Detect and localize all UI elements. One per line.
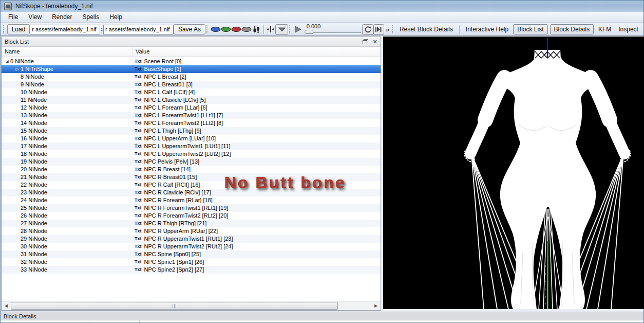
txt-type-icon: Txt	[135, 127, 142, 135]
block-list-toggle-button[interactable]: Block List	[513, 24, 547, 34]
table-row[interactable]: 9 NiNodeTxtNPC L Breast01 [3]	[2, 81, 381, 88]
reset-block-details-button[interactable]: Reset Block Details	[396, 25, 457, 34]
table-row[interactable]: 31 NiNodeTxtNPC Spine [Spn0] [25]	[2, 250, 381, 258]
scroll-left-icon[interactable]: ◀	[2, 301, 11, 310]
table-row[interactable]: 13 NiNodeTxtNPC L ForearmTwist1 [LLt1] […	[2, 112, 381, 119]
table-row[interactable]: 8 NiNodeTxtNPC L Breast [2]	[2, 73, 381, 81]
txt-type-icon: Txt	[135, 88, 142, 96]
block-value: Scene Root [0]	[144, 58, 182, 65]
txt-type-icon: Txt	[135, 173, 142, 181]
txt-type-icon: Txt	[135, 81, 142, 88]
txt-type-icon: Txt	[135, 96, 142, 104]
expander-spacer	[14, 243, 21, 250]
toolbar-overflow-chevron[interactable]: »	[384, 26, 391, 33]
menu-render[interactable]: Render	[47, 12, 77, 22]
footprints-icon[interactable]	[252, 24, 261, 34]
table-row[interactable]: 10 NiNodeTxtNPC L Calf [LClf] [4]	[2, 88, 381, 96]
scroll-right-icon[interactable]: ▶	[371, 301, 381, 310]
table-row[interactable]: 25 NiNodeTxtNPC R ForearmTwist1 [RLt1] […	[2, 204, 381, 212]
scrollbar-track[interactable]	[11, 301, 371, 310]
slider-thumb[interactable]	[306, 30, 313, 34]
menu-help[interactable]: Help	[104, 12, 127, 22]
block-name: 0 NiNode	[10, 58, 34, 65]
horizontal-scrollbar[interactable]: ◀ ▶	[2, 301, 381, 310]
table-row[interactable]: 29 NiNodeTxtNPC R UpperarmTwist1 [RUt1] …	[2, 235, 381, 243]
load-button[interactable]: Load	[7, 24, 30, 34]
toolbar-grip[interactable]	[206, 25, 209, 33]
show-constraints-eye-icon[interactable]	[231, 24, 241, 34]
main-toolbar: Load ▲▼ Save As	[1, 23, 643, 36]
block-name: 23 NiNode	[21, 189, 47, 196]
table-row[interactable]: 27 NiNodeTxtNPC R Thigh [RThg] [21]	[2, 220, 381, 227]
show-hidden-eye-icon[interactable]	[221, 24, 231, 34]
expander-spacer	[14, 204, 21, 212]
table-row[interactable]: 18 NiNodeTxtNPC L UpperarmTwist2 [LUt2] …	[2, 150, 381, 158]
table-row[interactable]: ▷1 NiTriShapeTxtBaseShape [1]	[2, 65, 381, 73]
block-name: 28 NiNode	[21, 227, 47, 235]
expander-spacer	[14, 158, 21, 166]
close-panel-icon[interactable]: ✕	[373, 39, 377, 44]
block-value: NPC Spine2 [Spn2] [27]	[144, 266, 204, 274]
block-name: 10 NiNode	[21, 88, 47, 96]
txt-type-icon: Txt	[135, 227, 142, 235]
expander-spacer	[14, 258, 21, 266]
animation-time-slider[interactable]: 0.000	[304, 24, 362, 35]
expander-spacer	[14, 142, 21, 150]
table-row[interactable]: 15 NiNodeTxtNPC L Thigh [LThg] [9]	[2, 127, 381, 135]
toolbar-grip[interactable]	[3, 25, 5, 33]
table-row[interactable]: 33 NiNodeTxtNPC Spine2 [Spn2] [27]	[2, 266, 381, 274]
expander-spacer	[14, 96, 21, 104]
expand-arrow-icon[interactable]: ▷	[14, 65, 21, 73]
table-row[interactable]: 16 NiNodeTxtNPC L UpperArm [LUar] [10]	[2, 135, 381, 142]
play-icon[interactable]	[293, 24, 302, 34]
block-value: NPC L Thigh [LThg] [9]	[144, 127, 201, 135]
load-path-input[interactable]	[30, 25, 100, 34]
table-row[interactable]: 12 NiNodeTxtNPC L Forearm [LLar] [6]	[2, 104, 381, 112]
scrollbar-thumb[interactable]	[11, 302, 338, 310]
save-path-input[interactable]	[103, 25, 174, 34]
show-markers-eye-icon[interactable]	[241, 24, 252, 34]
step-forward-icon[interactable]	[373, 24, 385, 35]
block-details-toggle-button[interactable]: Block Details	[550, 24, 594, 34]
table-row[interactable]: 20 NiNodeTxtNPC R Breast [14]	[2, 166, 381, 173]
show-nodes-eye-icon[interactable]	[211, 24, 221, 34]
collapse-arrow-icon[interactable]: ◢	[4, 58, 10, 65]
block-value: NPC R Clavicle [RClv] [17]	[144, 189, 211, 196]
menu-view[interactable]: View	[23, 12, 47, 22]
txt-type-icon: Txt	[135, 58, 142, 65]
block-details-titlebar[interactable]: Block Details	[1, 312, 643, 320]
time-value: 0.000	[304, 24, 362, 29]
table-row[interactable]: 24 NiNodeTxtNPC R Forearm [RLar] [18]	[2, 196, 381, 204]
block-name: 27 NiNode	[21, 220, 47, 227]
view-dropdown-button[interactable]	[275, 24, 288, 35]
column-header-value[interactable]: Value	[132, 47, 381, 57]
table-row[interactable]: 28 NiNodeTxtNPC R UpperArm [RUar] [22]	[2, 227, 381, 235]
loop-icon[interactable]	[362, 24, 373, 35]
float-panel-icon[interactable]	[363, 39, 368, 44]
toolbar-grip[interactable]	[289, 25, 291, 33]
save-as-button[interactable]: Save As	[174, 24, 205, 34]
menu-file[interactable]: File	[3, 12, 23, 22]
table-row[interactable]: 14 NiNodeTxtNPC L ForearmTwist2 [LLt2] […	[2, 119, 381, 127]
block-list-titlebar[interactable]: Block List ✕	[2, 37, 381, 47]
table-row[interactable]: 26 NiNodeTxtNPC R ForearmTwist2 [RLt2] […	[2, 212, 381, 220]
expander-spacer	[14, 81, 21, 88]
block-value: NPC L Clavicle [LClv] [5]	[144, 96, 206, 104]
column-header-name[interactable]: Name	[2, 47, 132, 57]
table-row[interactable]: ◢0 NiNodeTxtScene Root [0]	[2, 58, 381, 65]
interactive-help-button[interactable]: Interactive Help	[462, 25, 512, 34]
table-row[interactable]: 32 NiNodeTxtNPC Spine1 [Spn1] [26]	[2, 258, 381, 266]
kfm-button[interactable]: KFM	[595, 25, 615, 34]
toolbar-grip[interactable]	[392, 25, 394, 33]
axes-icon[interactable]	[266, 24, 275, 34]
table-row[interactable]: 30 NiNodeTxtNPC R UpperarmTwist2 [RUt2] …	[2, 243, 381, 250]
table-row[interactable]: 17 NiNodeTxtNPC L UpperarmTwist1 [LUt1] …	[2, 142, 381, 150]
block-value: NPC L ForearmTwist1 [LLt1] [7]	[144, 112, 223, 119]
table-row[interactable]: 19 NiNodeTxtNPC Pelvis [Pelv] [13]	[2, 158, 381, 166]
txt-type-icon: Txt	[135, 258, 142, 266]
title-bar[interactable]: NifSkope - femalebody_1.nif	[1, 1, 643, 12]
inspect-button[interactable]: Inspect	[615, 25, 642, 34]
table-row[interactable]: 11 NiNodeTxtNPC L Clavicle [LClv] [5]	[2, 96, 381, 104]
render-viewport[interactable]	[383, 37, 644, 309]
menu-spells[interactable]: Spells	[78, 12, 105, 22]
